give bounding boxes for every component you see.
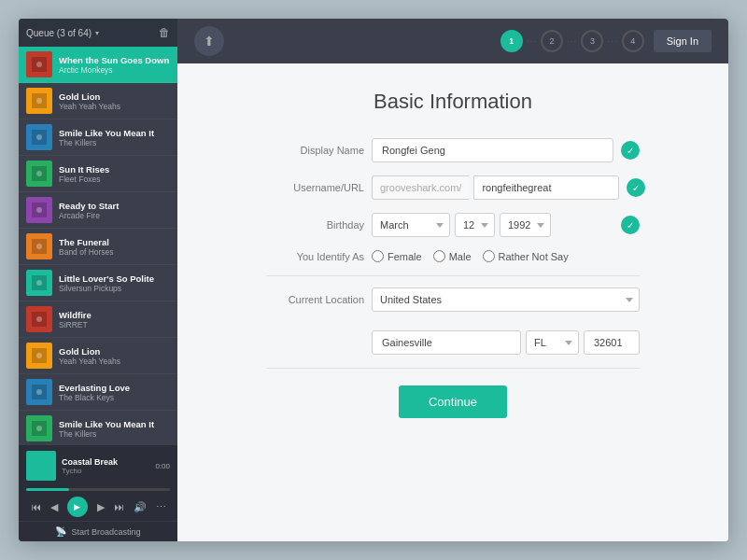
radio-female-input[interactable]	[372, 250, 384, 262]
step-dot-3[interactable]: 3	[581, 30, 603, 52]
radio-male-input[interactable]	[433, 250, 445, 262]
birthday-day-select[interactable]: 1234567891011121314151617181920212223242…	[455, 213, 495, 237]
song-title: When the Sun Goes Down	[59, 55, 170, 65]
song-title: Gold Lion	[59, 346, 170, 357]
radio-rather-not-input[interactable]	[483, 250, 495, 262]
sidebar-item[interactable]: Everlasting Love The Black Keys	[19, 374, 177, 411]
svg-point-9	[36, 207, 42, 213]
username-input[interactable]	[473, 175, 619, 200]
player-progress[interactable]	[19, 486, 177, 493]
song-info: The Funeral Band of Horses	[59, 237, 170, 257]
sidebar-item[interactable]: When the Sun Goes Down Arctic Monkeys	[19, 47, 177, 83]
player-controls: ⏮ ◀ ▶ ▶ ⏭ 🔊 ⋯	[19, 493, 177, 521]
song-artist: Yeah Yeah Yeahs	[59, 102, 170, 111]
song-thumb	[26, 51, 52, 77]
app-window: Queue (3 of 64) ▾ 🗑 When the Sun Goes Do…	[19, 19, 728, 541]
song-thumb	[26, 270, 52, 296]
sidebar-item[interactable]: Wildfire SiRRET	[19, 301, 177, 338]
birthday-month-select[interactable]: JanuaryFebruaryMarchAprilMayJuneJulyAugu…	[372, 213, 450, 237]
song-info: Smile Like You Mean It The Killers	[59, 419, 170, 439]
progress-bar-fill	[26, 488, 69, 491]
sidebar-item[interactable]: Ready to Start Arcade Fire	[19, 192, 177, 229]
song-title: Everlasting Love	[59, 383, 170, 393]
next-button[interactable]: ⏭	[114, 501, 124, 512]
state-select[interactable]: ALAKAZARCACOCTDEFLGAHIIDILINIAKSKYLAMEMD…	[526, 330, 579, 355]
song-artist: SiRRET	[59, 320, 170, 329]
sidebar-item[interactable]: Gold Lion Yeah Yeah Yeahs	[19, 338, 177, 374]
country-select[interactable]: United StatesCanadaUnited KingdomAustral…	[372, 287, 640, 312]
display-name-check: ✓	[621, 141, 640, 160]
radio-female[interactable]: Female	[372, 250, 422, 262]
song-info: Gold Lion Yeah Yeah Yeahs	[59, 91, 170, 111]
form-divider-2	[266, 368, 640, 369]
song-thumb	[26, 233, 52, 259]
birthday-row: Birthday JanuaryFebruaryMarchAprilMayJun…	[266, 213, 640, 237]
identity-controls: Female Male Rather Not Say	[372, 250, 640, 262]
svg-point-5	[36, 134, 42, 140]
radio-rather-not[interactable]: Rather Not Say	[483, 250, 569, 262]
svg-point-19	[36, 389, 42, 395]
sidebar-item[interactable]: Little Lover's So Polite Silversun Picku…	[19, 265, 177, 301]
more-button[interactable]: ⋯	[156, 501, 166, 513]
song-thumb	[26, 379, 52, 405]
step-dot-2[interactable]: 2	[541, 30, 563, 52]
broadcast-bar[interactable]: 📡 Start Broadcasting	[19, 521, 177, 541]
now-playing-thumb	[26, 451, 56, 481]
prev-button[interactable]: ⏮	[31, 501, 41, 512]
sidebar-item[interactable]: Smile Like You Mean It The Killers	[19, 119, 177, 156]
location-detail-row: ALAKAZARCACOCTDEFLGAHIIDILINIAKSKYLAMEMD…	[266, 325, 640, 355]
broadcast-label: Start Broadcasting	[71, 527, 140, 537]
song-title: Smile Like You Mean It	[59, 419, 170, 429]
back-button[interactable]: ◀	[50, 501, 58, 513]
song-artist: The Killers	[59, 429, 170, 439]
step-dot-4[interactable]: 4	[622, 30, 644, 52]
svg-point-15	[36, 316, 42, 322]
now-playing-artist: Tycho	[62, 467, 149, 475]
birthday-year-select[interactable]: 199019911992199319941995	[500, 213, 551, 237]
song-info: When the Sun Goes Down Arctic Monkeys	[59, 55, 170, 75]
username-controls: grooveshark.com/	[372, 175, 619, 200]
url-prefix: grooveshark.com/	[372, 175, 469, 200]
step-dot-1[interactable]: 1	[500, 30, 523, 52]
song-info: Gold Lion Yeah Yeah Yeahs	[59, 346, 170, 366]
location-controls: United StatesCanadaUnited KingdomAustral…	[372, 287, 640, 312]
signin-button[interactable]: Sign In	[654, 30, 712, 52]
queue-trash-icon[interactable]: 🗑	[159, 26, 170, 39]
volume-button[interactable]: 🔊	[134, 501, 147, 513]
continue-button[interactable]: Continue	[399, 385, 507, 418]
zip-input[interactable]	[584, 330, 640, 355]
location-label: Current Location	[266, 294, 364, 305]
song-thumb	[26, 197, 52, 223]
svg-point-1	[36, 62, 42, 67]
birthday-controls: JanuaryFebruaryMarchAprilMayJuneJulyAugu…	[372, 213, 613, 237]
now-playing-time: 0:00	[155, 462, 170, 470]
sidebar-item[interactable]: Gold Lion Yeah Yeah Yeahs	[19, 83, 177, 119]
sidebar-item[interactable]: Sun It Rises Fleet Foxes	[19, 156, 177, 192]
forward-button[interactable]: ▶	[97, 501, 105, 513]
song-title: The Funeral	[59, 237, 170, 247]
city-input[interactable]	[372, 330, 521, 355]
sidebar: Queue (3 of 64) ▾ 🗑 When the Sun Goes Do…	[19, 19, 177, 541]
svg-point-13	[36, 280, 42, 286]
sidebar-item[interactable]: The Funeral Band of Horses	[19, 229, 177, 265]
display-name-input[interactable]	[372, 138, 613, 162]
now-playing: Coastal Break Tycho 0:00	[19, 445, 177, 486]
song-title: Little Lover's So Polite	[59, 273, 170, 284]
username-label: Username/URL	[266, 182, 364, 193]
svg-point-11	[36, 244, 42, 249]
song-thumb	[26, 415, 52, 441]
song-artist: The Black Keys	[59, 393, 170, 402]
progress-bar-bg	[26, 488, 170, 491]
step-separator: ···	[567, 36, 577, 47]
song-title: Sun It Rises	[59, 164, 170, 175]
queue-dropdown-icon[interactable]: ▾	[95, 29, 99, 37]
radio-male[interactable]: Male	[433, 250, 472, 262]
song-artist: Arctic Monkeys	[59, 65, 170, 75]
song-thumb	[26, 124, 52, 150]
song-info: Everlasting Love The Black Keys	[59, 383, 170, 402]
play-button[interactable]: ▶	[67, 497, 88, 517]
step-indicators: 1···2···3···4	[500, 30, 644, 52]
sidebar-item[interactable]: Smile Like You Mean It The Killers	[19, 411, 177, 445]
song-thumb	[26, 343, 52, 369]
birthday-label: Birthday	[266, 219, 364, 231]
